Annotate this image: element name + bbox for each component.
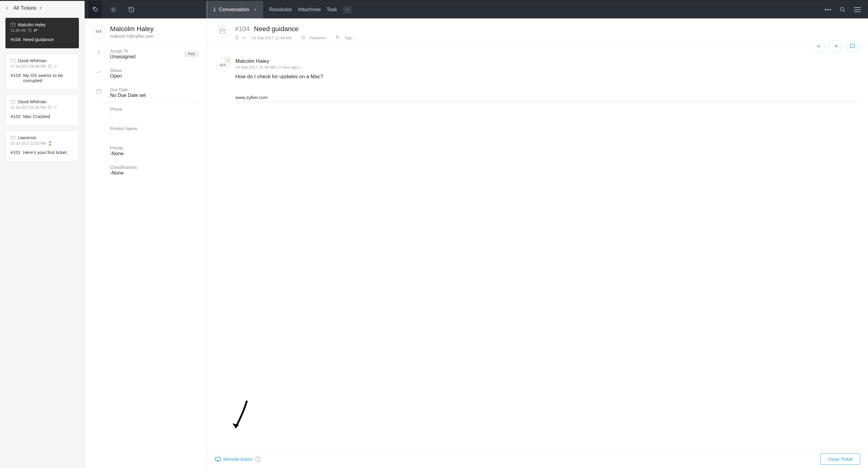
bulb-tab-icon[interactable] [106,1,120,19]
ticket-number: #102 [10,114,21,119]
back-icon[interactable] [5,6,10,10]
lines-icon [54,106,58,109]
due-value[interactable]: No Due Date set [110,93,199,98]
classifications-label: Classifications [110,165,199,170]
channel-email-icon [216,25,229,38]
contact-avatar: MA [92,25,105,38]
conversation-panel: 1 Conversation ▼ Resolution Attachment T… [207,1,868,468]
ticket-header-time: 14 Sep 2017 11:46 AM [251,36,291,40]
svg-line-22 [112,8,112,8]
product-label: Product Name [110,126,199,131]
ticket-list-title-text: All Tickets [13,5,37,11]
message-link[interactable]: www.zylker.com [236,95,859,102]
phone-value: - [110,112,199,118]
message-author: Malcolm Haley [236,58,859,64]
product-value: - [110,132,199,137]
tab-resolution-label: Resolution [269,7,292,13]
ticket-sender: David Whitman [18,58,46,63]
ticket-list-panel: All Tickets ▼ Malcolm Haley 11:46 AM #10… [0,1,85,468]
envelope-icon [10,136,16,139]
tab-task[interactable]: Task [321,1,343,19]
svg-point-32 [827,9,829,10]
classifications-value[interactable]: -None- [110,170,199,176]
svg-point-44 [302,36,305,39]
ticket-list-title[interactable]: All Tickets ▼ [13,5,80,11]
ticket-number: #103 [10,73,21,83]
ticket-details-panel: MA Malcolm Haley malcolm.h@zylker.com As… [85,1,207,468]
ticket-sender: Malcolm Haley [18,22,45,27]
tag-tab-icon[interactable] [88,1,102,19]
remote-assist-label: Remote Assist [223,457,252,462]
priority-label: Priority [110,145,199,151]
tab-conversation[interactable]: 1 Conversation ▼ [207,1,263,19]
svg-line-23 [115,11,116,12]
svg-marker-47 [232,423,239,428]
ticket-card[interactable]: Malcolm Haley 11:46 AM #104 Need guidanc… [5,18,79,48]
svg-line-25 [115,8,116,8]
priority-value[interactable]: -None- [110,151,199,157]
svg-rect-48 [216,457,221,461]
comment-button[interactable] [846,40,859,53]
lines-icon [243,37,247,39]
message-body: How do I check for updates on a Mac? [236,74,859,80]
svg-point-53 [257,458,258,458]
ticket-header-title: Need guidance [254,25,299,33]
ticket-card[interactable]: David Whitman 21 Jul 2017 01:55 PM #102 … [5,95,79,125]
clock-icon [48,64,52,69]
ticket-card[interactable]: David Whitman 27 Jul 2017 04:06 PM #103 … [5,54,79,89]
ticket-header: #104 Need guidance 14 Sep 2017 11:46 AM … [207,19,868,46]
pick-button[interactable]: Pick [184,51,199,57]
envelope-icon [10,23,16,27]
menu-icon[interactable] [854,7,861,12]
chevron-down-icon: ▼ [254,8,257,11]
svg-point-17 [112,8,114,10]
remote-assist-button[interactable]: Remote Assist [215,456,261,462]
ticket-subject: Mac Crashed [23,114,50,119]
svg-rect-27 [97,89,101,93]
history-tab-icon[interactable] [125,1,138,19]
assign-label: Assign To [110,48,179,54]
ticket-list: Malcolm Haley 11:46 AM #104 Need guidanc… [0,15,84,164]
svg-line-35 [843,10,845,12]
contact-email: malcolm.h@zylker.com [110,34,154,39]
svg-point-26 [98,51,100,53]
message: MA Malcolm Haley 14 Sep 2017 11:46 AM ( … [216,58,859,102]
contact-name: Malcolm Haley [110,25,154,33]
lines-icon [34,29,38,32]
overdue-icon: ⌛ [48,141,52,145]
search-icon[interactable] [840,7,846,13]
conversation-count: 1 [213,7,216,13]
message-avatar: MA [216,58,229,72]
followers-link[interactable]: Followers [309,36,327,40]
tab-more-icon[interactable]: ▼ [343,6,352,13]
ticket-card[interactable]: Lawrence 23 Jul 2017 12:53 PM ⌛ #101 Her… [5,131,79,161]
ticket-subject: Here's your first ticket. [23,150,68,155]
forward-button[interactable] [829,40,842,53]
clock-icon [28,28,32,33]
tab-task-label: Task [327,7,337,13]
ticket-subject: Need guidance [23,37,54,42]
assign-value[interactable]: Unassigned [110,54,179,60]
bottom-bar: Remote Assist Close Ticket [207,450,868,468]
envelope-icon [10,59,16,63]
mid-toolbar [85,1,207,19]
svg-point-16 [94,8,95,9]
info-icon[interactable] [255,456,261,462]
clock-icon [48,105,52,110]
ticket-subject: My OS seems to be corrupted [23,73,74,83]
tab-attachment-label: Attachment [298,7,321,13]
more-icon[interactable] [825,9,831,10]
status-icon [92,68,105,75]
clock-icon [235,36,239,40]
reply-all-button[interactable] [812,40,825,53]
followers-icon [301,35,305,40]
tab-resolution[interactable]: Resolution [263,1,292,19]
svg-line-24 [112,11,112,12]
close-ticket-button[interactable]: Close Ticket [820,454,860,465]
svg-point-33 [830,9,831,10]
tab-conversation-label: Conversation [219,7,249,13]
tags-link[interactable]: Tags [344,36,352,40]
status-value[interactable]: Open [110,73,199,79]
tab-attachment[interactable]: Attachment [292,1,321,19]
envelope-icon [10,100,16,104]
